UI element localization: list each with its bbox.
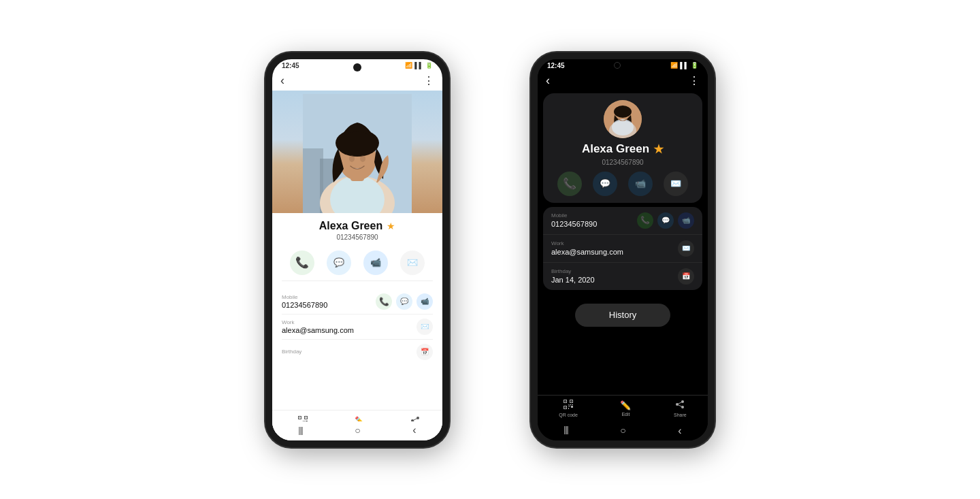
dark-status-bar: 12:45 📶 ▌▌ 🔋 [538, 59, 708, 71]
volume-up-dark [531, 168, 532, 189]
signal-icon: ▌▌ [414, 62, 423, 69]
dark-birthday-cal[interactable]: 📅 [678, 268, 694, 285]
phone-light: 12:45 📶 ▌▌ 🔋 ‹ ⋮ [265, 52, 449, 447]
dark-video-btn[interactable]: 📹 [628, 172, 653, 196]
video-button[interactable]: 📹 [363, 251, 388, 275]
dark-mobile-actions: 📞 💬 📹 [637, 212, 694, 229]
favorite-star[interactable]: ★ [387, 221, 395, 231]
power-button-dark [531, 120, 532, 155]
dark-name: Alexa Green [582, 142, 649, 156]
mobile-value: 01234567890 [282, 301, 376, 309]
avatar-image [604, 100, 642, 138]
contact-avatar [604, 100, 642, 138]
svg-point-35 [612, 119, 634, 135]
dark-recents-btn[interactable]: ||| [564, 425, 568, 437]
dark-contact-name-row: Alexa Green ★ [553, 142, 693, 157]
dark-qr-icon [564, 400, 573, 411]
status-icons: 📶 ▌▌ 🔋 [405, 62, 433, 69]
dark-birthday-info: Birthday Jan 14, 2020 [551, 268, 595, 284]
dark-top-nav: ‹ ⋮ [538, 71, 708, 91]
mobile-video-icon[interactable]: 📹 [416, 293, 433, 310]
dark-edit-item[interactable]: ✏️ Edit [620, 400, 631, 417]
dark-status-time: 12:45 [547, 62, 565, 69]
dark-birthday-value: Jan 14, 2020 [551, 276, 595, 284]
message-button[interactable]: 💬 [327, 251, 351, 275]
mobile-label: Mobile [282, 294, 376, 300]
dark-work-label: Work [551, 240, 623, 246]
back-sys-button[interactable]: ‹ [412, 424, 416, 436]
dark-status-icons: 📶 ▌▌ 🔋 [670, 62, 698, 69]
work-email-icon[interactable]: ✉️ [416, 319, 433, 335]
contact-photo [272, 91, 442, 213]
birthday-detail-row: Birthday 📅 [282, 340, 433, 364]
dark-back-sys-btn[interactable]: ‹ [678, 425, 681, 437]
dark-share-item[interactable]: Share [674, 400, 687, 417]
dark-star[interactable]: ★ [653, 142, 664, 157]
mobile-msg-icon[interactable]: 💬 [396, 293, 412, 310]
svg-rect-44 [565, 407, 566, 408]
battery-icon: 🔋 [425, 62, 433, 69]
recents-button[interactable]: ||| [298, 425, 302, 435]
dark-battery-icon: 🔋 [691, 62, 698, 69]
svg-rect-15 [306, 417, 306, 418]
dark-edit-label: Edit [621, 412, 630, 417]
birthday-actions: 📅 [416, 344, 433, 360]
svg-rect-49 [571, 406, 573, 408]
dark-msg-btn[interactable]: 💬 [593, 172, 617, 196]
volume-down-dark [531, 195, 532, 216]
email-button[interactable]: ✉️ [400, 251, 425, 275]
history-button[interactable]: History [575, 304, 670, 327]
dark-mobile-call[interactable]: 📞 [637, 212, 653, 229]
svg-point-7 [336, 129, 379, 157]
contact-details: Mobile 01234567890 📞 💬 📹 Work alexa@sams… [272, 285, 442, 368]
svg-point-9 [360, 155, 365, 162]
svg-rect-47 [572, 404, 573, 405]
dark-camera-dot [614, 62, 621, 69]
work-detail-row: Work alexa@samsung.com ✉️ [282, 315, 433, 340]
dark-mobile-value: 01234567890 [551, 220, 597, 228]
dark-birthday-actions: 📅 [678, 268, 694, 285]
mobile-call-icon[interactable]: 📞 [376, 293, 392, 310]
dark-qr-item[interactable]: QR code [559, 400, 578, 417]
dark-qr-label: QR code [559, 413, 578, 417]
work-value: alexa@samsung.com [282, 326, 416, 334]
power-button [265, 120, 267, 155]
dark-work-email[interactable]: ✉️ [678, 240, 694, 257]
camera-notch [353, 63, 361, 71]
svg-line-55 [677, 404, 683, 407]
volume-right-dark [713, 127, 715, 146]
volume-down-button [265, 195, 267, 216]
phone-dark: 12:45 📶 ▌▌ 🔋 ‹ ⋮ [531, 52, 715, 447]
work-info: Work alexa@samsung.com [282, 319, 416, 334]
dark-signal-icon: ▌▌ [680, 62, 689, 69]
birthday-cal-icon[interactable]: 📅 [416, 344, 433, 360]
contact-name: Alexa Green [319, 220, 382, 232]
dark-more-options[interactable]: ⋮ [689, 74, 700, 87]
call-button[interactable]: 📞 [290, 251, 314, 275]
work-label: Work [282, 319, 416, 325]
dark-share-icon [675, 400, 685, 411]
svg-line-29 [412, 418, 418, 421]
history-label: History [609, 310, 636, 320]
dark-call-btn[interactable]: 📞 [557, 172, 582, 196]
mobile-detail-row: Mobile 01234567890 📞 💬 📹 [282, 289, 433, 315]
dark-back-button[interactable]: ‹ [546, 74, 550, 88]
dark-email-btn[interactable]: ✉️ [664, 172, 688, 196]
dark-mobile-label: Mobile [551, 212, 597, 219]
home-button[interactable]: ○ [355, 425, 360, 436]
dark-share-label: Share [674, 413, 687, 417]
svg-rect-50 [568, 408, 569, 409]
dark-home-btn[interactable]: ○ [620, 425, 625, 437]
back-button[interactable]: ‹ [280, 74, 284, 88]
dark-mobile-video[interactable]: 📹 [678, 212, 694, 229]
svg-rect-12 [299, 417, 300, 418]
dark-edit-icon: ✏️ [620, 400, 631, 411]
more-options-button[interactable]: ⋮ [423, 74, 434, 87]
dark-mobile-msg[interactable]: 💬 [657, 212, 674, 229]
svg-point-33 [614, 106, 632, 118]
svg-rect-45 [568, 404, 569, 405]
svg-rect-46 [570, 404, 571, 405]
svg-line-54 [677, 402, 683, 404]
dark-work-actions: ✉️ [678, 240, 694, 257]
dark-main-phone: 01234567890 [553, 159, 693, 166]
